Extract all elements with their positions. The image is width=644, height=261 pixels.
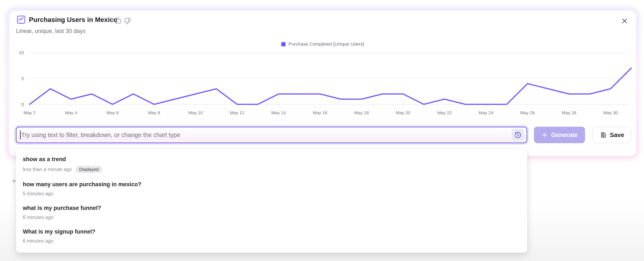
svg-text:May 18: May 18 <box>354 110 369 115</box>
close-icon <box>621 17 628 24</box>
history-item[interactable]: how many users are purchasing in mexico?… <box>16 177 527 201</box>
generate-label: Generate <box>551 132 578 139</box>
text-caret <box>20 130 21 139</box>
history-item-title: how many users are purchasing in mexico? <box>23 181 520 188</box>
chart-legend: Purchase Completed [Unique Users] <box>9 41 636 47</box>
svg-text:May 20: May 20 <box>396 110 410 115</box>
prompt-placeholder: Try using text to filter, breakdown, or … <box>21 132 180 139</box>
close-button[interactable] <box>621 17 628 24</box>
history-clock-icon <box>514 131 522 139</box>
history-item-time: 6 minutes ago <box>23 215 53 220</box>
chart-card: Purchasing Users in Mexico <box>9 10 636 156</box>
svg-text:May 14: May 14 <box>271 110 286 115</box>
svg-text:May 28: May 28 <box>562 110 576 115</box>
save-icon <box>600 131 607 139</box>
svg-text:May 2: May 2 <box>24 110 36 115</box>
chart-subtitle: Linear, unique, last 30 days <box>16 28 86 34</box>
history-item-title: what is my purchase funnel? <box>23 205 520 211</box>
history-item-title: What is my signup funnel? <box>23 229 520 235</box>
svg-text:May 8: May 8 <box>148 110 160 115</box>
thumbs-up-button[interactable] <box>115 17 122 24</box>
history-item-time: less than a minute ago <box>23 167 72 172</box>
history-item[interactable]: What is my signup funnel? 6 minutes ago <box>16 225 527 248</box>
page-title: Purchasing Users in Mexico <box>29 16 118 24</box>
svg-text:10: 10 <box>19 50 24 55</box>
svg-text:May 22: May 22 <box>437 110 452 115</box>
history-item[interactable]: show as a trend less than a minute ago D… <box>16 152 527 177</box>
history-item-time: 6 minutes ago <box>23 238 53 244</box>
line-chart: 0510May 2May 4May 6May 8May 10May 12May … <box>9 47 636 119</box>
svg-text:0: 0 <box>21 102 24 107</box>
sparkle-icon <box>541 132 548 138</box>
legend-label: Purchase Completed [Unique Users] <box>288 41 364 47</box>
save-label: Save <box>610 132 624 139</box>
history-button[interactable] <box>512 129 524 141</box>
svg-text:May 24: May 24 <box>479 110 493 115</box>
save-button[interactable]: Save <box>593 127 631 143</box>
svg-text:May 16: May 16 <box>313 110 327 115</box>
svg-text:May 10: May 10 <box>188 110 203 115</box>
thumbs-down-button[interactable] <box>124 18 131 24</box>
svg-text:May 26: May 26 <box>520 110 535 115</box>
line-chart-icon <box>16 15 26 24</box>
thumbs-up-icon <box>115 17 122 24</box>
displayed-badge: Displayed <box>76 166 102 173</box>
prompt-input[interactable]: Try using text to filter, breakdown, or … <box>16 127 527 143</box>
history-dropdown: show as a trend less than a minute ago D… <box>16 149 527 253</box>
svg-text:May 4: May 4 <box>65 110 77 115</box>
history-item-time: 5 minutes ago <box>23 191 53 197</box>
svg-text:May 6: May 6 <box>106 110 118 115</box>
svg-text:May 12: May 12 <box>230 110 244 115</box>
svg-text:May 30: May 30 <box>603 110 618 115</box>
history-item[interactable]: what is my purchase funnel? 6 minutes ag… <box>16 201 527 225</box>
history-item-title: show as a trend <box>23 156 520 163</box>
thumbs-down-icon <box>124 18 131 24</box>
generate-button[interactable]: Generate <box>534 127 585 143</box>
legend-swatch <box>281 42 286 46</box>
svg-text:5: 5 <box>21 76 24 81</box>
